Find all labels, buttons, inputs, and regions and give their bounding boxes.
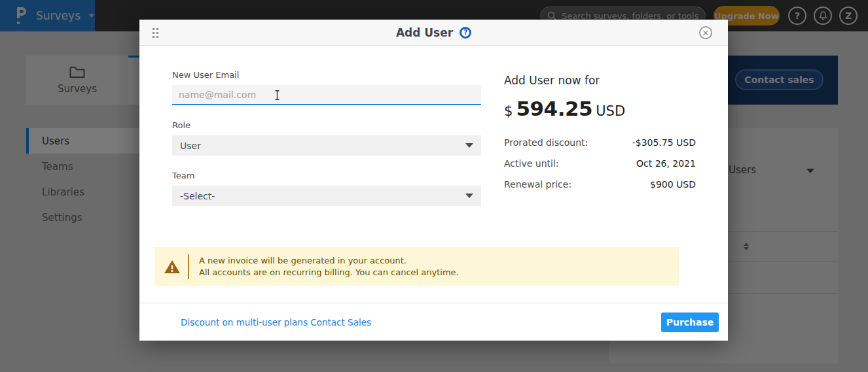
team-selected-value: -Select-	[180, 191, 215, 201]
price-total: $ 594.25 USD	[504, 97, 696, 120]
warning-line-1: A new invoice will be generated in your …	[199, 255, 459, 267]
modal-title: Add User	[396, 26, 453, 39]
warning-icon	[164, 259, 181, 275]
price-amount: 594.25	[516, 97, 592, 120]
pricing-row-prorated-discount: Prorated discount: -$305.75 USD	[504, 132, 696, 153]
email-field-wrap	[172, 85, 481, 105]
pricing-heading: Add User now for	[504, 74, 696, 87]
pricing-row-label: Active until:	[504, 158, 559, 169]
help-icon[interactable]: ?	[460, 27, 471, 39]
pricing-row-value: $900 USD	[650, 179, 696, 190]
pricing-row-value: -$305.75 USD	[632, 137, 696, 148]
warning-divider	[188, 254, 189, 279]
contact-sales-link[interactable]: Discount on multi-user plans Contact Sal…	[181, 317, 371, 328]
pricing-row-label: Renewal price:	[504, 179, 571, 190]
currency-symbol: $	[504, 103, 513, 119]
role-select[interactable]: User	[172, 135, 481, 156]
pricing-summary: Add User now for $ 594.25 USD Prorated d…	[504, 74, 696, 195]
pricing-row-renewal-price: Renewal price: $900 USD	[504, 174, 696, 195]
team-select[interactable]: -Select-	[172, 186, 481, 206]
chevron-down-icon	[465, 143, 473, 148]
text-cursor-icon	[274, 90, 281, 101]
email-field[interactable]	[172, 90, 481, 100]
modal-footer: Discount on multi-user plans Contact Sal…	[139, 303, 728, 341]
invoice-warning-banner: A new invoice will be generated in your …	[154, 247, 679, 286]
currency-code: USD	[596, 103, 625, 119]
warning-line-2: All accounts are on recurring billing. Y…	[199, 267, 459, 279]
pricing-row-active-until: Active until: Oct 26, 2021	[504, 153, 696, 174]
drag-handle-icon[interactable]	[153, 28, 158, 38]
team-label: Team	[172, 171, 194, 180]
close-icon[interactable]: ✕	[699, 26, 712, 39]
pricing-row-value: Oct 26, 2021	[636, 158, 696, 169]
add-user-modal: Add User ? ✕ New User Email Role User Te…	[139, 20, 728, 341]
pricing-row-label: Prorated discount:	[504, 137, 588, 148]
role-label: Role	[172, 120, 190, 130]
email-label: New User Email	[172, 70, 239, 80]
role-selected-value: User	[180, 141, 201, 151]
warning-text: A new invoice will be generated in your …	[199, 255, 459, 279]
purchase-button[interactable]: Purchase	[661, 313, 719, 332]
modal-header: Add User ? ✕	[139, 20, 728, 46]
pricing-rows: Prorated discount: -$305.75 USD Active u…	[504, 132, 696, 195]
chevron-down-icon	[465, 194, 473, 198]
